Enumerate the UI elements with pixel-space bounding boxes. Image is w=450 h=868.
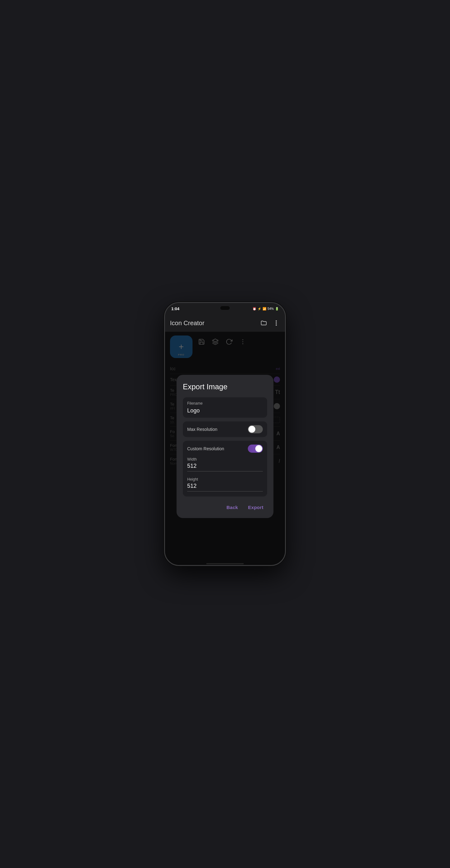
- input-spacer: [187, 473, 263, 477]
- custom-resolution-label: Custom Resolution: [187, 446, 224, 451]
- dialog-actions: Back Export: [183, 503, 267, 512]
- custom-resolution-toggle[interactable]: [248, 445, 263, 453]
- status-icons: ⏰ ⚡ 📶 54% 🔋: [253, 307, 279, 310]
- resolution-section: Custom Resolution Width 512 Height 512: [183, 441, 267, 497]
- bluetooth-icon: ⚡: [257, 307, 261, 310]
- dialog-title: Export Image: [183, 382, 267, 391]
- max-resolution-field: Max Resolution: [183, 422, 267, 437]
- folder-icon[interactable]: [260, 319, 267, 327]
- max-resolution-row: Max Resolution: [187, 425, 263, 433]
- notch: [220, 306, 230, 310]
- height-value[interactable]: 512: [187, 483, 263, 492]
- svg-point-1: [276, 323, 277, 323]
- export-dialog: Export Image Filename Logo Max Resolutio…: [176, 375, 274, 518]
- max-resolution-label: Max Resolution: [187, 427, 218, 432]
- status-time: 1:04: [171, 306, 180, 311]
- more-vertical-icon[interactable]: [272, 319, 280, 327]
- status-bar: 1:04 ⏰ ⚡ 📶 54% 🔋: [165, 303, 285, 314]
- svg-point-2: [276, 324, 277, 325]
- app-title: Icon Creator: [170, 319, 204, 327]
- width-value[interactable]: 512: [187, 463, 263, 471]
- alarm-icon: ⏰: [253, 307, 256, 310]
- toggle-thumb-custom: [255, 445, 262, 452]
- filename-value[interactable]: Logo: [187, 407, 263, 414]
- app-bar: Icon Creator: [165, 314, 285, 332]
- content-area: + PRO Icc: [165, 332, 285, 566]
- export-button[interactable]: Export: [246, 503, 266, 512]
- width-input-group: Width 512: [187, 457, 263, 471]
- signal-icon: 📶: [262, 307, 266, 310]
- height-input-group: Height 512: [187, 477, 263, 492]
- battery-icon: 🔋: [275, 307, 279, 310]
- filename-field: Filename Logo: [183, 397, 267, 418]
- svg-point-0: [276, 320, 277, 321]
- filename-label: Filename: [187, 401, 263, 406]
- max-resolution-toggle[interactable]: [248, 425, 263, 433]
- back-button[interactable]: Back: [224, 503, 240, 512]
- phone-frame: 1:04 ⏰ ⚡ 📶 54% 🔋 Icon Creator +: [164, 302, 286, 566]
- height-label: Height: [187, 477, 263, 482]
- custom-resolution-row: Custom Resolution: [187, 445, 263, 453]
- width-label: Width: [187, 457, 263, 462]
- toggle-thumb-max: [249, 426, 255, 433]
- app-bar-icons: [260, 319, 280, 327]
- battery-text: 54%: [267, 307, 274, 310]
